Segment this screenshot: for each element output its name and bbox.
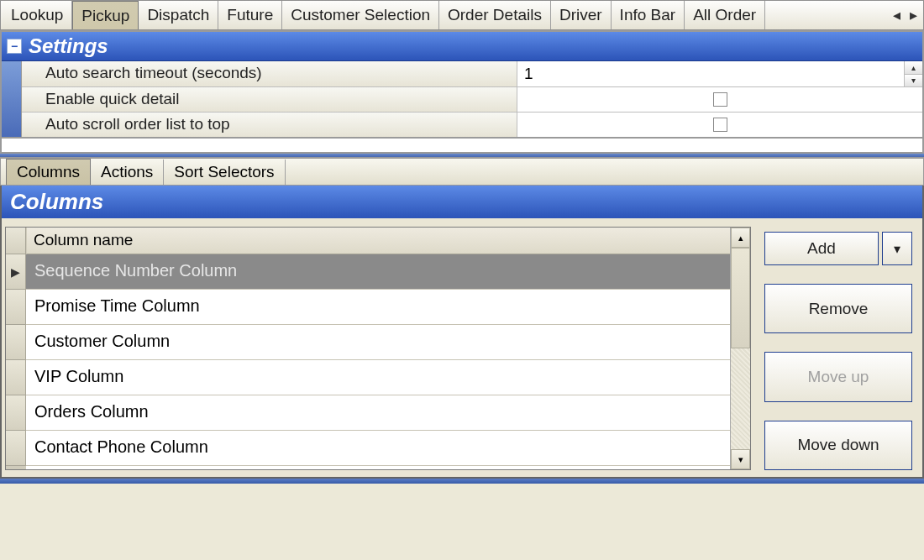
sub-tab-columns[interactable]: Columns [6,159,91,185]
tab-scroll-right-icon[interactable]: ▸ [905,6,921,24]
grid-row-customer[interactable]: Customer Column [26,325,730,360]
add-dropdown-icon[interactable]: ▾ [882,232,912,265]
spacer [0,139,924,154]
grid-scrollbar: ▴ ▾ [730,228,750,469]
sub-tab-actions[interactable]: Actions [91,160,164,185]
setting-value-timeout: ▴ ▾ [517,61,922,86]
columns-panel: Columns ▶ Column name Sequence Number Co… [0,186,924,479]
add-button[interactable]: Add [764,232,879,265]
grid-row-contact-phone[interactable]: Contact Phone Column [26,431,730,466]
collapse-icon[interactable]: − [7,39,22,54]
main-tab-strip: Lookup Pickup Dispatch Future Customer S… [0,0,924,30]
scroll-track[interactable] [731,248,750,449]
quick-detail-checkbox[interactable] [713,92,727,107]
spinner-down-icon[interactable]: ▾ [905,75,922,87]
sub-tab-sort-selectors[interactable]: Sort Selectors [164,160,285,185]
row-selector-3[interactable] [6,360,26,395]
sub-tab-strip: Columns Actions Sort Selectors [0,157,924,186]
setting-label-quick-detail: Enable quick detail [22,87,517,112]
grid-column-header[interactable]: Column name [26,228,730,254]
columns-grid: ▶ Column name Sequence Number Column Pro… [5,227,751,470]
tab-order-details[interactable]: Order Details [439,1,551,29]
grid-row-orders[interactable]: Orders Column [26,395,730,431]
setting-label-timeout: Auto search timeout (seconds) [22,61,517,86]
timeout-spinner: ▴ ▾ [904,61,922,86]
tab-info-bar[interactable]: Info Bar [612,1,685,29]
scroll-down-icon[interactable]: ▾ [731,449,750,469]
row-selector-1[interactable] [6,290,26,325]
tab-future[interactable]: Future [218,1,282,29]
columns-title: Columns [2,186,922,218]
settings-title: Settings [29,34,108,58]
settings-header: − Settings [2,32,922,61]
timeout-input[interactable] [524,65,916,83]
remove-button[interactable]: Remove [764,284,912,333]
tab-customer-selection[interactable]: Customer Selection [282,1,439,29]
grid-corner [6,228,26,254]
setting-row-quick-detail: Enable quick detail [22,86,922,112]
auto-scroll-checkbox[interactable] [713,118,727,132]
move-up-button[interactable]: Move up [764,352,912,401]
settings-group: − Settings Auto search timeout (seconds)… [0,30,924,139]
setting-label-auto-scroll: Auto scroll order list to top [22,113,517,137]
row-selector-5[interactable] [6,431,26,466]
grid-row-sequence-number[interactable]: Sequence Number Column [26,254,730,290]
settings-gutter [2,61,22,137]
row-selector-2[interactable] [6,325,26,360]
setting-row-auto-scroll: Auto scroll order list to top [22,112,922,137]
buttons-column: Add ▾ Remove Move up Move down [764,227,912,470]
scroll-thumb[interactable] [731,248,750,348]
move-down-button[interactable]: Move down [764,421,912,470]
tab-dispatch[interactable]: Dispatch [139,1,218,29]
row-selector-4[interactable] [6,395,26,431]
row-selector-0[interactable]: ▶ [6,254,26,290]
scroll-up-icon[interactable]: ▴ [731,228,750,248]
tab-scroll-left-icon[interactable]: ◂ [888,6,905,24]
tab-pickup[interactable]: Pickup [72,1,139,29]
bottom-bar [0,479,924,484]
grid-row-vip[interactable]: VIP Column [26,360,730,395]
setting-row-timeout: Auto search timeout (seconds) ▴ ▾ [22,61,922,86]
tab-lookup[interactable]: Lookup [3,1,72,29]
spinner-up-icon[interactable]: ▴ [905,61,922,75]
grid-row-promise-time[interactable]: Promise Time Column [26,290,730,325]
tab-all-order[interactable]: All Order [685,1,765,29]
tab-driver[interactable]: Driver [551,1,612,29]
